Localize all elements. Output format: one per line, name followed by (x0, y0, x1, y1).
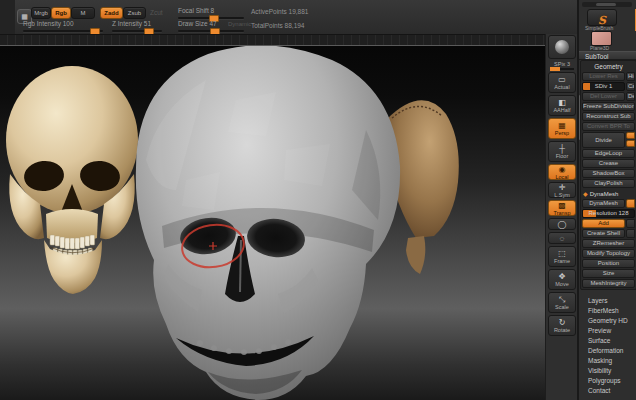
ghost-icon: ◯ (558, 220, 567, 229)
section-fibermesh[interactable]: FiberMesh (580, 306, 636, 316)
dynamesh-button[interactable]: DynaMesh (582, 199, 625, 208)
section-visibility[interactable]: Visibility (580, 366, 636, 376)
solo-icon: ◌ (560, 234, 565, 243)
lsym-button[interactable]: ✛L.Sym (548, 182, 576, 198)
lower-res-button[interactable]: Lower Res (582, 72, 625, 81)
rgb-intensity-label: Rgb Intensity 100 (23, 20, 74, 27)
section-polygroups[interactable]: Polygroups (580, 376, 636, 386)
zadd-button[interactable]: Zadd (100, 7, 123, 19)
bpr-render-button[interactable] (548, 35, 576, 59)
persp-icon: ▦ (558, 121, 566, 130)
z-intensity-track[interactable] (112, 30, 162, 32)
active-points: ActivePoints 19,881 (251, 8, 308, 15)
frame-icon: ⬚ (558, 249, 566, 258)
section-contact[interactable]: Contact (580, 386, 636, 396)
geometry-subpalette: Geometry Lower Res Hig SDiv 1 Cag Del Lo… (580, 60, 636, 290)
del-lower-button[interactable]: Del Lower (582, 92, 625, 101)
current-tool-swatch[interactable] (591, 31, 612, 46)
scale-button[interactable]: ⤡Scale (548, 292, 576, 313)
sub-button[interactable] (626, 219, 635, 228)
size-section[interactable]: Size (582, 269, 635, 278)
transp-button[interactable]: ▩Transp (548, 200, 576, 216)
aahalf-icon: ◧ (558, 98, 566, 107)
palette-section-list: Layers FiberMesh Geometry HD Preview Sur… (580, 296, 636, 396)
floor-icon: ┼ (559, 144, 565, 153)
meshintegrity-section[interactable]: MeshIntegrity (582, 279, 635, 288)
ghost-button[interactable]: ◯ (548, 218, 576, 230)
section-surface[interactable]: Surface (580, 336, 636, 346)
focal-shift-label: Focal Shift 8 (178, 7, 214, 14)
geometry-header[interactable]: Geometry (582, 62, 635, 71)
spix-slider[interactable]: SPix 3 (549, 61, 575, 70)
subtool-section[interactable]: SubTool (579, 51, 636, 60)
rotate-button[interactable]: ↻Rotate (548, 315, 576, 336)
section-layers[interactable]: Layers (580, 296, 636, 306)
claypolish-button[interactable]: ClayPolish (582, 179, 635, 188)
floor-button[interactable]: ┼Floor (548, 141, 576, 162)
section-deformation[interactable]: Deformation (580, 346, 636, 356)
mrgb-button[interactable]: Mrgb (31, 7, 51, 19)
rgb-button[interactable]: Rgb (51, 7, 71, 19)
lsym-icon: ✛ (559, 183, 566, 192)
divide-button[interactable]: Divide (582, 132, 625, 148)
scale-icon: ⤡ (559, 295, 565, 304)
create-shell-button[interactable]: Create Shell (582, 229, 625, 238)
right-shelf: SPix 3 ▭Actual ◧AAHalf ▦Persp ┼Floor ◉Lo… (545, 34, 578, 400)
top-shelf: ▦ Mrgb Rgb M Zadd Zsub Zcut Focal Shift … (0, 0, 636, 34)
dynamesh-section-header[interactable]: ◆ DynaMesh (582, 189, 635, 198)
smt-toggle[interactable] (626, 132, 635, 139)
zsub-button[interactable]: Zsub (123, 7, 146, 19)
viewport-canvas[interactable] (0, 45, 546, 400)
sdiv-slider[interactable]: SDiv 1 (582, 82, 625, 91)
higher-res-button[interactable]: Hig (626, 72, 635, 81)
del-higher-button[interactable]: Del (626, 92, 635, 101)
move-icon: ✥ (559, 272, 566, 281)
frame-button[interactable]: ⬚Frame (548, 246, 576, 267)
shadowbox-button[interactable]: ShadowBox (582, 169, 635, 178)
section-masking[interactable]: Masking (580, 356, 636, 366)
section-preview[interactable]: Preview (580, 326, 636, 336)
thickness-slider-stub[interactable] (626, 229, 635, 238)
local-button[interactable]: ◉Local (548, 164, 576, 180)
spix-knob[interactable] (550, 67, 560, 71)
zcut-button: Zcut (150, 9, 163, 16)
zbrush-window: ▦ Mrgb Rgb M Zadd Zsub Zcut Focal Shift … (0, 0, 636, 400)
position-section[interactable]: Position (582, 259, 635, 268)
sculpt-skull-model[interactable] (116, 45, 416, 400)
add-button[interactable]: Add (582, 219, 625, 228)
persp-button[interactable]: ▦Persp (548, 118, 576, 139)
convert-bpr-button[interactable]: Convert BPR To (582, 122, 635, 131)
cage-button[interactable]: Cag (626, 82, 635, 91)
edgeloop-button[interactable]: EdgeLoop (582, 149, 635, 158)
rotate-icon: ↻ (559, 318, 566, 327)
draw-size-label: Draw Size 47 (178, 20, 217, 27)
freeze-subdivision-button[interactable]: Freeze SubDivision (582, 102, 635, 111)
section-geometry-hd[interactable]: Geometry HD (580, 316, 636, 326)
local-icon: ◉ (559, 165, 566, 174)
reconstruct-subdiv-button[interactable]: Reconstruct Sub (582, 112, 635, 121)
resolution-slider[interactable]: Resolution 128 (582, 209, 635, 218)
section-open-icon: ◆ (583, 190, 588, 197)
move-button[interactable]: ✥Move (548, 269, 576, 290)
m-button[interactable]: M (71, 7, 95, 19)
solo-button[interactable]: ◌ (548, 232, 576, 244)
dynamic-toggle[interactable]: Dynamic (228, 21, 251, 27)
dynamesh-mode-toggle[interactable] (626, 199, 635, 208)
palette-scroll-track[interactable] (582, 2, 632, 7)
suv-toggle[interactable] (626, 140, 635, 147)
bpr-sphere-icon (555, 40, 569, 54)
z-intensity-label: Z Intensity 51 (112, 20, 151, 27)
crease-button[interactable]: Crease (582, 159, 635, 168)
actual-button[interactable]: ▭Actual (548, 72, 576, 93)
actual-icon: ▭ (558, 75, 566, 84)
modify-topology-section[interactable]: Modify Topology (582, 249, 635, 258)
tool-palette: S SimpleBrush Plane3D SubTool Geometry L… (577, 0, 636, 400)
zremesher-button[interactable]: ZRemesher (582, 239, 635, 248)
toolbar-left-ledge (0, 0, 15, 34)
current-brush-button[interactable]: S (587, 9, 617, 26)
transp-icon: ▩ (558, 201, 566, 210)
total-points: TotalPoints 88,194 (251, 22, 304, 29)
aahalf-button[interactable]: ◧AAHalf (548, 95, 576, 116)
